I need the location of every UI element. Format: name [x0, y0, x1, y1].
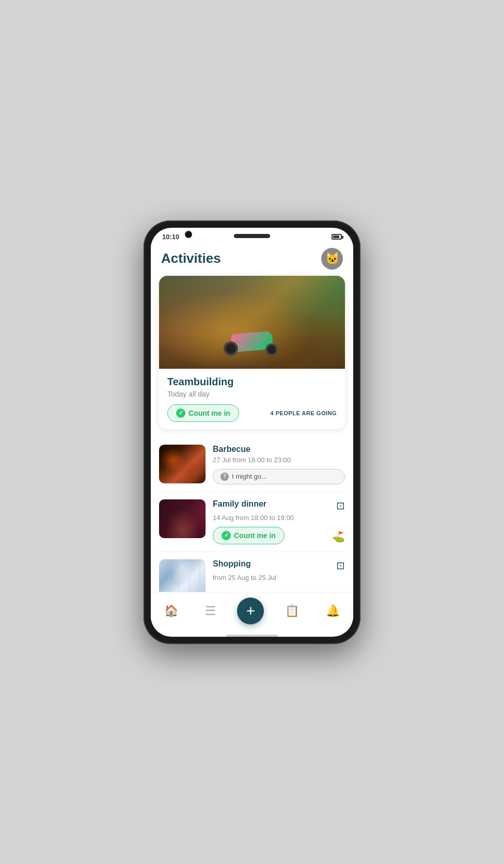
- screen-content[interactable]: Activities 🐱 Teambuilding Toda: [151, 243, 353, 592]
- app-header: Activities 🐱: [151, 243, 353, 276]
- page-title: Activities: [161, 250, 221, 266]
- activity-details-dinner: Family dinner ⊡ 14 Aug from 18:00 to 19:…: [213, 499, 345, 544]
- contacts-icon: 📋: [285, 604, 299, 618]
- add-button[interactable]: +: [237, 598, 264, 624]
- avatar[interactable]: 🐱: [321, 248, 343, 270]
- count-me-in-button-featured[interactable]: ✓ Count me in: [167, 404, 239, 422]
- home-indicator: [226, 635, 278, 637]
- activity-thumbnail-shopping: [159, 559, 206, 592]
- activity-thumbnail-dinner: [159, 499, 206, 538]
- location-pin-icon-shopping: ⊡: [336, 559, 345, 572]
- featured-actions: ✓ Count me in 4 PEOPLE ARE GOING: [167, 404, 337, 422]
- featured-card[interactable]: Teambuilding Today all day ✓ Count me in…: [159, 276, 345, 429]
- count-me-in-button-dinner[interactable]: ✓ Count me in: [213, 527, 285, 544]
- phone-screen: 10:10 Activities 🐱: [151, 228, 353, 637]
- activity-thumbnail-barbecue: [159, 445, 206, 483]
- phone-frame: 10:10 Activities 🐱: [144, 221, 360, 644]
- count-me-in-label-dinner: Count me in: [234, 531, 276, 540]
- atv-racer-decoration: [221, 322, 283, 358]
- activity-time-barbecue: 27 Jul from 16:00 to 23:00: [213, 456, 345, 464]
- featured-image: [159, 276, 345, 369]
- dinner-image: [159, 499, 206, 538]
- plus-icon: +: [246, 603, 256, 619]
- might-go-label: I might go...: [232, 473, 267, 480]
- phone-camera: [185, 231, 192, 238]
- activity-name-shopping: Shopping: [213, 559, 251, 569]
- status-time: 10:10: [162, 233, 179, 241]
- activity-name-dinner: Family dinner: [213, 499, 266, 509]
- nav-item-home[interactable]: 🏠: [158, 602, 184, 620]
- people-going-count: 4 PEOPLE ARE GOING: [271, 410, 337, 416]
- nav-item-contacts[interactable]: 📋: [279, 602, 305, 620]
- phone-speaker: [234, 234, 270, 238]
- activity-list: Barbecue 27 Jul from 16:00 to 23:00 ? I …: [151, 437, 353, 592]
- count-me-in-label-featured: Count me in: [188, 409, 230, 417]
- question-icon: ?: [220, 473, 229, 481]
- activity-details-barbecue: Barbecue 27 Jul from 16:00 to 23:00 ? I …: [213, 445, 345, 484]
- bottom-nav: 🏠 ☰ + 📋 🔔: [151, 592, 353, 633]
- featured-info: Teambuilding Today all day ✓ Count me in…: [159, 369, 345, 429]
- home-icon: 🏠: [164, 604, 178, 618]
- activity-header-dinner: Family dinner ⊡: [213, 499, 345, 512]
- location-secondary-icon: ⛳: [332, 530, 345, 543]
- battery-icon: [332, 234, 342, 240]
- list-item[interactable]: Family dinner ⊡ 14 Aug from 18:00 to 19:…: [159, 492, 345, 552]
- activity-header-barbecue: Barbecue: [213, 445, 345, 454]
- activity-name-barbecue: Barbecue: [213, 445, 250, 454]
- shopping-image: [159, 559, 206, 592]
- activity-time-dinner: 14 Aug from 18:00 to 19:00: [213, 514, 345, 522]
- featured-title: Teambuilding: [167, 376, 337, 388]
- bell-icon: 🔔: [326, 604, 340, 618]
- avatar-emoji: 🐱: [325, 252, 339, 265]
- featured-subtitle: Today all day: [167, 390, 337, 398]
- list-item[interactable]: Shopping ⊡ from 25 Aug to 25 Jul: [159, 552, 345, 592]
- check-icon-dinner: ✓: [222, 531, 231, 540]
- location-pin-icon: ⊡: [336, 499, 345, 512]
- check-icon: ✓: [176, 409, 185, 418]
- activity-time-shopping: from 25 Aug to 25 Jul: [213, 574, 345, 582]
- list-icon: ☰: [205, 604, 216, 618]
- activity-header-shopping: Shopping ⊡: [213, 559, 345, 572]
- bbq-image: [159, 445, 206, 483]
- might-go-button-barbecue[interactable]: ? I might go...: [213, 469, 345, 484]
- list-item[interactable]: Barbecue 27 Jul from 16:00 to 23:00 ? I …: [159, 437, 345, 492]
- nav-item-list[interactable]: ☰: [199, 602, 223, 620]
- nav-item-notifications[interactable]: 🔔: [320, 602, 346, 620]
- activity-details-shopping: Shopping ⊡ from 25 Aug to 25 Jul: [213, 559, 345, 585]
